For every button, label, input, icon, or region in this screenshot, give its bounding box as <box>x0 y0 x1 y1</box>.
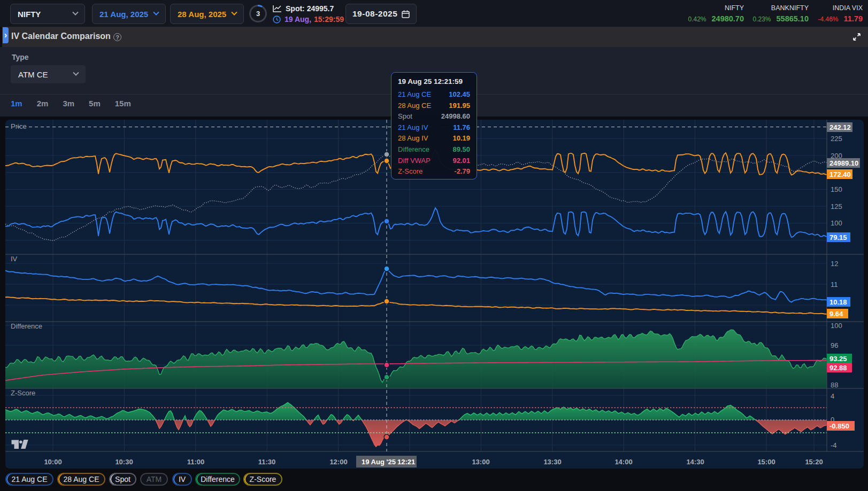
svg-text:15:00: 15:00 <box>757 458 775 466</box>
svg-text:IV: IV <box>11 255 18 263</box>
svg-text:79.15: 79.15 <box>829 233 847 241</box>
svg-text:12: 12 <box>831 260 838 268</box>
svg-text:24989.10: 24989.10 <box>829 159 858 167</box>
svg-text:14:30: 14:30 <box>686 458 704 466</box>
svg-text:93.25: 93.25 <box>829 355 847 363</box>
svg-text:11: 11 <box>831 280 838 289</box>
svg-text:12:21: 12:21 <box>397 458 415 466</box>
svg-text:10:30: 10:30 <box>115 458 133 466</box>
svg-text:Price: Price <box>11 122 27 130</box>
svg-text:125: 125 <box>831 202 842 211</box>
svg-text:96: 96 <box>831 341 838 349</box>
svg-text:Z-Score: Z-Score <box>11 389 35 397</box>
svg-text:4: 4 <box>831 392 834 400</box>
svg-text:10:00: 10:00 <box>44 458 62 466</box>
svg-text:92.88: 92.88 <box>829 364 847 372</box>
svg-text:11:00: 11:00 <box>187 458 205 466</box>
svg-text:225: 225 <box>831 135 842 143</box>
svg-text:15:20: 15:20 <box>805 458 823 466</box>
svg-text:88: 88 <box>831 381 838 389</box>
svg-text:11:30: 11:30 <box>258 458 276 466</box>
svg-text:19 Aug '25: 19 Aug '25 <box>362 458 396 466</box>
svg-text:13:00: 13:00 <box>472 458 489 466</box>
svg-text:100: 100 <box>831 322 842 330</box>
svg-text:172.40: 172.40 <box>829 170 851 178</box>
svg-text:100: 100 <box>831 219 842 227</box>
svg-text:12:00: 12:00 <box>329 458 347 466</box>
svg-text:14:00: 14:00 <box>614 458 632 466</box>
svg-text:Difference: Difference <box>11 322 42 330</box>
svg-text:10.18: 10.18 <box>829 298 847 306</box>
svg-text:13:30: 13:30 <box>543 458 561 466</box>
svg-text:-4: -4 <box>831 441 837 449</box>
svg-text:242.12: 242.12 <box>829 123 851 131</box>
svg-text:150: 150 <box>831 185 842 193</box>
svg-text:9.64: 9.64 <box>829 310 843 318</box>
svg-text:-0.850: -0.850 <box>829 422 849 430</box>
